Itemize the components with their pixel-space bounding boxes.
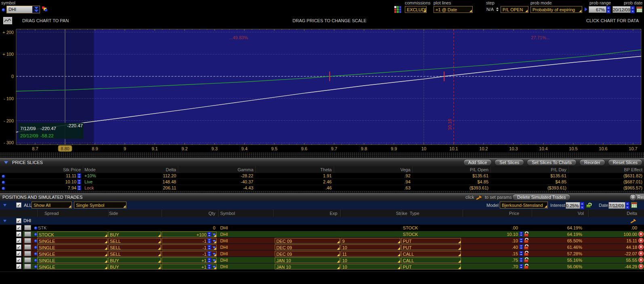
qty-spinner[interactable] bbox=[207, 264, 211, 269]
symbol-select[interactable]: DHI bbox=[6, 6, 40, 13]
type-cell[interactable]: PUT bbox=[401, 244, 461, 250]
qty-spinner[interactable] bbox=[207, 258, 211, 263]
interest-input[interactable]: 0.25% bbox=[566, 202, 580, 209]
slices-button-set-slices[interactable]: Set Slices bbox=[495, 159, 524, 166]
spread-cell[interactable]: SINGLE bbox=[37, 251, 107, 257]
price-spinner[interactable] bbox=[519, 244, 523, 250]
side-cell[interactable]: BUY bbox=[108, 264, 161, 269]
exp-cell[interactable]: JAN 10 bbox=[275, 257, 340, 263]
commissions-grid-icon[interactable] bbox=[394, 6, 401, 13]
delete-simulated-trades-button[interactable]: Delete Simulated Trades bbox=[512, 194, 570, 200]
slices-button-set-slices-to-charts[interactable]: Set Slices To Charts bbox=[527, 159, 577, 166]
qty-field[interactable]: -1 bbox=[162, 251, 217, 257]
qty-spinner[interactable] bbox=[207, 251, 211, 256]
model-select[interactable]: Bjerksund-Stensland bbox=[500, 202, 548, 208]
strike-cell[interactable]: 10 bbox=[341, 244, 400, 250]
prob-range-spinner[interactable] bbox=[606, 6, 610, 13]
plot-lines-select[interactable]: +1 @ Date bbox=[434, 6, 473, 13]
price-slices-collapse-icon[interactable] bbox=[4, 161, 8, 164]
type-cell[interactable]: PUT bbox=[401, 238, 461, 244]
strike-cell[interactable]: 9 bbox=[341, 238, 400, 244]
row-checkbox[interactable]: ✓ bbox=[16, 231, 21, 237]
delete-row-button[interactable]: × bbox=[638, 251, 644, 256]
price-spinner[interactable] bbox=[519, 264, 523, 269]
qty-spinner[interactable] bbox=[207, 245, 211, 250]
exp-cell[interactable]: JAN 10 bbox=[275, 264, 340, 269]
row-color-button[interactable] bbox=[24, 244, 31, 250]
row-color-button[interactable] bbox=[24, 257, 31, 263]
spread-cell[interactable]: SINGLE bbox=[37, 264, 107, 269]
chart-mode-icon[interactable] bbox=[3, 17, 12, 24]
all-checkbox[interactable]: ✓ bbox=[16, 202, 21, 208]
delete-row-button[interactable]: × bbox=[638, 238, 644, 243]
prob-date-input[interactable]: 20/12/09 bbox=[612, 6, 631, 13]
slice-price-spinner[interactable] bbox=[77, 179, 81, 185]
delete-row-button[interactable]: × bbox=[638, 231, 644, 237]
price-value[interactable]: .10 bbox=[465, 238, 518, 243]
chart-slices-divider[interactable] bbox=[0, 152, 644, 158]
price-spinner[interactable] bbox=[519, 257, 523, 263]
group-params-wrench-icon[interactable] bbox=[630, 219, 637, 224]
side-cell[interactable]: BUY bbox=[108, 257, 161, 263]
row-checkbox[interactable]: ✓ bbox=[16, 238, 21, 243]
price-lock-icon[interactable] bbox=[524, 244, 528, 250]
side-cell[interactable]: SELL bbox=[108, 238, 161, 244]
positions-collapse-icon[interactable] bbox=[3, 204, 6, 206]
row-checkbox[interactable]: ✓ bbox=[16, 264, 21, 269]
price-value[interactable]: 10.10 bbox=[465, 232, 518, 237]
row-checkbox[interactable]: ✓ bbox=[16, 251, 21, 256]
trade-date-calendar-icon[interactable] bbox=[631, 202, 637, 208]
link-color-icon[interactable] bbox=[42, 6, 47, 12]
price-spinner[interactable] bbox=[519, 251, 523, 256]
row-color-button[interactable] bbox=[24, 231, 31, 237]
price-value[interactable]: .70 bbox=[465, 264, 518, 269]
row-checkbox[interactable]: ✓ bbox=[16, 244, 21, 250]
risk-profile-chart[interactable]: 10.10...49.83%27.71%...7/12/09-220.4720/… bbox=[0, 26, 644, 152]
qty-dropdown-arrow[interactable] bbox=[213, 266, 216, 268]
row-color-button[interactable] bbox=[24, 264, 31, 269]
type-cell[interactable]: CALL bbox=[401, 257, 461, 263]
scope-filter-select[interactable]: Single Symbol bbox=[74, 202, 126, 208]
spread-cell[interactable]: STOCK bbox=[37, 231, 107, 237]
slices-button-reset-slices[interactable]: Reset Slices bbox=[608, 159, 642, 166]
spread-cell[interactable]: SINGLE bbox=[37, 238, 107, 244]
qty-dropdown-arrow[interactable] bbox=[213, 246, 216, 249]
slice-stk-price[interactable]: 11.11 bbox=[36, 173, 76, 178]
commissions-select[interactable]: EXCLUDE bbox=[405, 6, 427, 13]
interest-spinner[interactable] bbox=[580, 202, 584, 208]
row-color-button[interactable] bbox=[24, 225, 31, 230]
price-value[interactable]: .15 bbox=[465, 251, 518, 256]
strike-cell[interactable]: 10 bbox=[341, 264, 400, 269]
pl-mode-select[interactable]: P/L OPEN bbox=[501, 6, 528, 13]
group-collapse-icon[interactable] bbox=[3, 220, 6, 222]
interest-unlock-icon[interactable] bbox=[586, 202, 591, 208]
prob-range-input[interactable]: 67% bbox=[589, 6, 606, 13]
trade-date-input[interactable]: 7/12/09 bbox=[608, 202, 625, 209]
exp-cell[interactable]: DEC 09 bbox=[275, 238, 340, 244]
qty-field[interactable]: -1 bbox=[162, 244, 217, 250]
collapse-section-button[interactable] bbox=[629, 194, 636, 201]
slices-button-reorder[interactable]: Reorder bbox=[579, 159, 605, 166]
strike-cell[interactable]: 10 bbox=[341, 257, 400, 263]
price-lock-icon[interactable] bbox=[524, 264, 528, 269]
price-lock-icon[interactable] bbox=[524, 238, 528, 243]
spread-cell[interactable]: SINGLE bbox=[37, 244, 107, 250]
row-color-button[interactable] bbox=[24, 251, 31, 256]
price-lock-icon[interactable] bbox=[524, 231, 528, 237]
group-checkbox[interactable]: ✓ bbox=[16, 218, 21, 223]
qty-spinner[interactable] bbox=[207, 232, 211, 237]
spread-cell[interactable]: SINGLE bbox=[37, 257, 107, 263]
side-cell[interactable]: SELL bbox=[108, 251, 161, 257]
slice-stk-price[interactable]: 10.10 bbox=[36, 179, 76, 184]
delete-row-button[interactable]: × bbox=[638, 257, 644, 263]
price-value[interactable]: .40 bbox=[465, 245, 518, 250]
row-checkbox[interactable]: ✓ bbox=[16, 257, 21, 263]
prob-mode-select[interactable]: Probability of expiring bbox=[530, 6, 582, 13]
slice-price-spinner[interactable] bbox=[77, 185, 81, 191]
price-spinner[interactable] bbox=[519, 231, 523, 237]
type-cell[interactable]: PUT bbox=[401, 264, 461, 269]
symbol-group-row[interactable]: ✓ DHI bbox=[0, 217, 644, 225]
qty-field[interactable]: +1 bbox=[162, 257, 217, 263]
qty-dropdown-arrow[interactable] bbox=[213, 253, 216, 255]
prob-date-spinner[interactable] bbox=[631, 6, 635, 13]
